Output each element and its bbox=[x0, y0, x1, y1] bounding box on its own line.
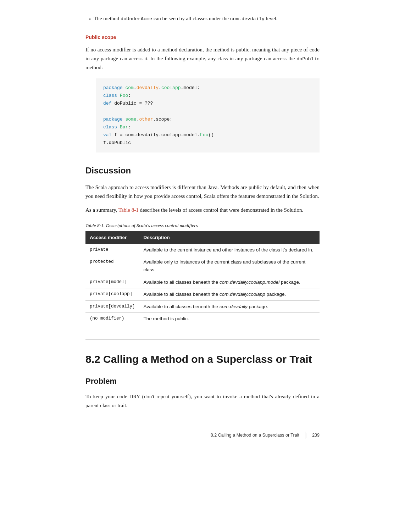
code-line-3: def doPublic = ??? bbox=[103, 100, 312, 107]
public-scope-heading: Public scope bbox=[85, 33, 320, 41]
discussion-para2-prefix: As a summary, bbox=[85, 207, 118, 213]
bullet-section: • The method doUnderAcme can be seen by … bbox=[85, 14, 320, 23]
italic-pkg-devdaily: com.devdaily bbox=[220, 304, 248, 309]
code-dounderacme: doUnderAcme bbox=[121, 16, 152, 22]
discussion-section: Discussion The Scala approach to access … bbox=[85, 164, 320, 215]
problem-section: Problem To keep your code DRY (don't rep… bbox=[85, 375, 320, 410]
desc-private-coolapp: Available to all classes beneath the com… bbox=[139, 288, 320, 301]
footer-title: 8.2 Calling a Method on a Superclass or … bbox=[85, 432, 305, 439]
table-row: protected Available only to instances of… bbox=[85, 256, 320, 276]
code-line-1: package com.devdaily.coolapp.model: bbox=[103, 84, 312, 92]
discussion-para2: As a summary, Table 8-1 describes the le… bbox=[85, 206, 320, 215]
modifier-private-model: private[model] bbox=[85, 276, 139, 288]
modifier-private: private bbox=[85, 244, 139, 256]
col-header-modifier: Access modifier bbox=[85, 231, 139, 244]
code-line-7: val f = com.devdaily.coolapp.model.Foo() bbox=[103, 131, 312, 139]
desc-private: Available to the current instance and ot… bbox=[139, 244, 320, 256]
desc-private-model: Available to all classes beneath the com… bbox=[139, 276, 320, 288]
code-line-5: package some.other.scope: bbox=[103, 116, 312, 123]
modifier-protected: protected bbox=[85, 256, 139, 276]
code-line-6: class Bar: bbox=[103, 123, 312, 131]
access-modifiers-table: Access modifier Description private Avai… bbox=[85, 231, 320, 325]
public-scope-intro: If no access modifier is added to a meth… bbox=[85, 45, 320, 72]
modifier-none: (no modifier) bbox=[85, 313, 139, 325]
table-header-row: Access modifier Description bbox=[85, 231, 320, 244]
problem-heading: Problem bbox=[85, 375, 320, 387]
table-row: private[model] Available to all classes … bbox=[85, 276, 320, 288]
table-row: (no modifier) The method is public. bbox=[85, 313, 320, 325]
code-com-devdaily: com.devdaily bbox=[230, 16, 265, 22]
page-container: • The method doUnderAcme can be seen by … bbox=[64, 0, 341, 460]
desc-none: The method is public. bbox=[139, 313, 320, 325]
code-line-8: f.doPublic bbox=[103, 139, 312, 147]
discussion-heading: Discussion bbox=[85, 164, 320, 177]
code-line-2: class Foo: bbox=[103, 92, 312, 100]
col-header-description: Description bbox=[139, 231, 320, 244]
footer-page: 239 bbox=[306, 432, 320, 439]
desc-protected: Available only to instances of the curre… bbox=[139, 256, 320, 276]
table-row: private[devdaily] Available to all class… bbox=[85, 300, 320, 313]
bullet-dot: • bbox=[89, 15, 91, 23]
problem-text: To keep your code DRY (don't repeat your… bbox=[85, 392, 320, 410]
modifier-private-devdaily: private[devdaily] bbox=[85, 300, 139, 313]
footer: 8.2 Calling a Method on a Superclass or … bbox=[85, 428, 320, 439]
table-row: private Available to the current instanc… bbox=[85, 244, 320, 256]
bullet-text: The method doUnderAcme can be seen by al… bbox=[94, 14, 277, 23]
discussion-para2-suffix: describes the levels of access control t… bbox=[139, 207, 303, 213]
italic-pkg-model: com.devdaily.coolapp.model bbox=[220, 279, 279, 285]
code-dopublic-inline: doPublic bbox=[296, 56, 320, 62]
chapter-heading: 8.2 Calling a Method on a Superclass or … bbox=[85, 339, 320, 368]
code-block: package com.devdaily.coolapp.model: clas… bbox=[96, 78, 320, 153]
italic-pkg-coolapp: com.devdaily.coolapp bbox=[220, 292, 265, 297]
table-8-1-link[interactable]: Table 8-1 bbox=[118, 207, 139, 213]
public-scope-section: Public scope If no access modifier is ad… bbox=[85, 33, 320, 153]
table-caption: Table 8-1. Descriptions of Scala's acces… bbox=[85, 222, 320, 229]
code-line-blank bbox=[103, 107, 312, 115]
desc-private-devdaily: Available to all classes beneath the com… bbox=[139, 300, 320, 313]
table-section: Table 8-1. Descriptions of Scala's acces… bbox=[85, 222, 320, 325]
modifier-private-coolapp: private[coolapp] bbox=[85, 288, 139, 301]
bullet-item: • The method doUnderAcme can be seen by … bbox=[85, 14, 320, 23]
table-row: private[coolapp] Available to all classe… bbox=[85, 288, 320, 301]
discussion-para1: The Scala approach to access modifiers i… bbox=[85, 183, 320, 201]
